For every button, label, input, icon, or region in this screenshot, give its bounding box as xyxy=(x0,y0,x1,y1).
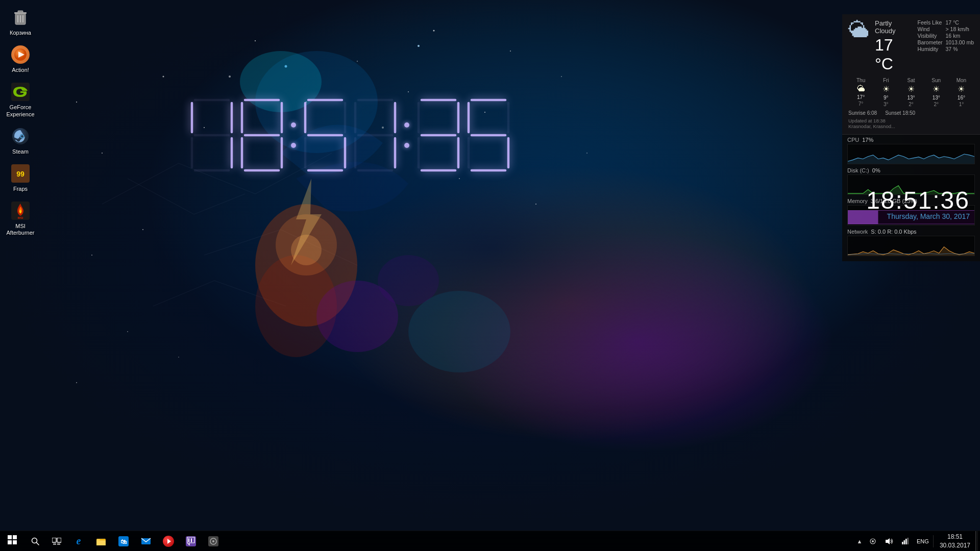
desktop-icon-trash[interactable]: Корзина xyxy=(1,4,40,39)
svg-point-15 xyxy=(163,76,164,78)
tray-network-icon[interactable] xyxy=(897,531,914,552)
taskbar: e 🛍 xyxy=(0,531,980,551)
forecast-temp-hi: 13° xyxy=(933,95,940,101)
task-view-button[interactable] xyxy=(46,531,67,552)
taskbar-mail[interactable] xyxy=(135,531,157,552)
barometer-val: 1013.00 mb xyxy=(946,39,974,45)
clock-digit-2 xyxy=(239,94,285,176)
tray-generic-icon xyxy=(869,538,876,545)
svg-rect-109 xyxy=(8,535,12,539)
forecast-temp-lo: 1° xyxy=(959,102,964,107)
svg-point-130 xyxy=(212,540,214,542)
forecast-day-name: Sat xyxy=(908,78,915,83)
forecast-day: Fri ☀ 9° 3° xyxy=(873,78,898,107)
store-icon: 🛍 xyxy=(118,536,129,546)
weather-widget: 🌥 Partly Cloudy 17 °C Feels Like 17 °C W… xyxy=(842,14,980,135)
tray-icon-1[interactable] xyxy=(865,531,881,552)
network-graph xyxy=(847,236,975,256)
clock-colon-1 xyxy=(289,94,298,176)
twitch-icon xyxy=(186,536,196,546)
action-icon xyxy=(10,44,31,65)
weather-forecast: Thu 🌥 17° 7° Fri ☀ 9° 3° Sat ☀ 13° 2° Su… xyxy=(848,78,974,107)
network-icon xyxy=(901,538,910,545)
msi-label: MSI Afterburner xyxy=(4,223,37,236)
visibility-label: Visibility xyxy=(918,33,943,39)
start-button[interactable] xyxy=(0,531,24,552)
task-view-icon xyxy=(52,538,61,545)
taskbar-twitch[interactable] xyxy=(180,531,202,552)
forecast-day-name: Fri xyxy=(883,78,889,83)
clock-colon-2 xyxy=(402,94,411,176)
desktop-icon-steam[interactable]: Steam xyxy=(1,123,40,158)
taskbar-app7[interactable] xyxy=(202,531,225,552)
clock-display xyxy=(189,94,511,176)
cpu-section: CPU 17% xyxy=(842,135,980,165)
taskbar-time: 18:51 xyxy=(947,533,963,541)
taskbar-clock[interactable]: 18:51 30.03.2017 xyxy=(935,531,975,552)
svg-rect-115 xyxy=(52,538,56,542)
svg-text:MSI: MSI xyxy=(18,216,23,219)
svg-rect-116 xyxy=(57,538,61,542)
weather-icon-large: 🌥 xyxy=(848,19,870,41)
desktop-icons-panel: Корзина Action! xyxy=(0,0,41,244)
taskbar-edge[interactable]: e xyxy=(67,531,90,552)
forecast-day-name: Mon xyxy=(957,78,966,83)
desktop-icon-msi[interactable]: MSI MSI Afterburner xyxy=(1,197,40,239)
forecast-day-name: Thu xyxy=(856,78,865,83)
humidity-label: Humidity xyxy=(918,46,943,52)
forecast-day: Mon ☀ 16° 1° xyxy=(949,78,974,107)
tray-volume-icon[interactable] xyxy=(881,531,897,552)
disk-label: Disk (C:) xyxy=(847,167,869,173)
show-desktop-button[interactable] xyxy=(975,531,978,552)
desktop-icon-geforce[interactable]: GeForce Experience xyxy=(1,79,40,120)
taskbar-store[interactable]: 🛍 xyxy=(112,531,135,552)
weather-updated: Updated at 18:38 Krasnodar, Krasnod... xyxy=(848,118,974,129)
trash-icon xyxy=(10,7,31,28)
svg-rect-118 xyxy=(57,543,60,545)
feels-like-val: 17 °C xyxy=(946,19,974,26)
svg-rect-135 xyxy=(903,540,905,544)
tray-expand-button[interactable]: ▲ xyxy=(854,531,865,552)
svg-rect-126 xyxy=(188,538,189,542)
svg-line-114 xyxy=(37,542,39,545)
svg-point-24 xyxy=(408,91,409,92)
tray-separator xyxy=(933,535,934,547)
weather-temp: 17 °C xyxy=(875,36,913,73)
mail-icon xyxy=(141,536,151,546)
bottom-clock-time: 18:51:36 xyxy=(866,186,970,214)
svg-text:99: 99 xyxy=(16,170,24,178)
svg-rect-110 xyxy=(13,535,17,539)
svg-point-34 xyxy=(229,76,231,78)
taskbar-explorer[interactable] xyxy=(90,531,112,552)
wind-label: Wind xyxy=(918,26,943,32)
svg-rect-120 xyxy=(96,540,106,545)
weather-condition: Partly Cloudy xyxy=(875,19,913,35)
svg-point-14 xyxy=(76,102,77,103)
tray-language-button[interactable]: ENG xyxy=(914,531,932,552)
forecast-temp-hi: 9° xyxy=(884,95,889,101)
network-label: Network xyxy=(847,229,868,235)
search-button[interactable] xyxy=(24,531,46,552)
system-tray: ▲ ENG xyxy=(854,531,980,552)
forecast-temp-lo: 2° xyxy=(934,102,939,107)
svg-rect-136 xyxy=(905,539,907,544)
disk-value: 0% xyxy=(872,167,880,173)
clock-digit-5 xyxy=(415,94,461,176)
desktop-icon-action[interactable]: Action! xyxy=(1,41,40,77)
edge-icon: e xyxy=(77,535,81,547)
desktop-icon-fraps[interactable]: 99 Fraps xyxy=(1,160,40,195)
network-section: Network S: 0.0 R: 0.0 Kbps xyxy=(842,227,980,257)
taskbar-apps: e 🛍 xyxy=(67,531,854,552)
geforce-icon xyxy=(10,82,31,102)
svg-point-30 xyxy=(586,153,587,154)
visibility-val: 16 km xyxy=(946,33,974,39)
fraps-label: Fraps xyxy=(13,186,28,192)
taskbar-media[interactable] xyxy=(157,531,180,552)
cpu-graph xyxy=(847,144,975,164)
wind-val: > 18 km/h xyxy=(946,26,974,32)
svg-point-26 xyxy=(91,255,92,256)
weather-details: Feels Like 17 °C Wind > 18 km/h Visibili… xyxy=(918,19,974,52)
language-label: ENG xyxy=(917,538,929,544)
trash-label: Корзина xyxy=(10,30,31,36)
forecast-temp-hi: 17° xyxy=(857,94,865,100)
